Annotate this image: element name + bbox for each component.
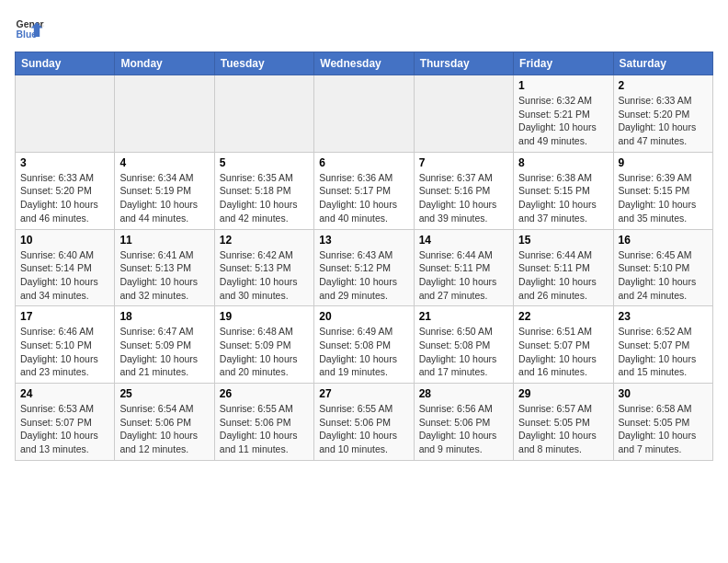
day-cell: 15Sunrise: 6:44 AM Sunset: 5:11 PM Dayli…	[514, 229, 613, 306]
day-detail: Sunrise: 6:53 AM Sunset: 5:07 PM Dayligh…	[20, 402, 109, 456]
day-cell: 19Sunrise: 6:48 AM Sunset: 5:09 PM Dayli…	[214, 306, 313, 384]
day-cell: 7Sunrise: 6:37 AM Sunset: 5:16 PM Daylig…	[414, 152, 513, 229]
day-number: 18	[119, 310, 209, 323]
day-number: 14	[419, 234, 508, 247]
day-detail: Sunrise: 6:58 AM Sunset: 5:05 PM Dayligh…	[619, 402, 708, 456]
day-number: 29	[518, 387, 608, 400]
day-number: 17	[20, 310, 109, 323]
day-detail: Sunrise: 6:56 AM Sunset: 5:06 PM Dayligh…	[419, 402, 508, 456]
day-detail: Sunrise: 6:55 AM Sunset: 5:06 PM Dayligh…	[220, 402, 309, 456]
day-number: 1	[518, 79, 608, 92]
day-number: 19	[220, 310, 309, 323]
col-header-friday: Friday	[514, 52, 613, 75]
day-number: 9	[619, 156, 708, 169]
day-cell: 29Sunrise: 6:57 AM Sunset: 5:05 PM Dayli…	[514, 384, 613, 461]
day-number: 7	[419, 156, 508, 169]
day-detail: Sunrise: 6:38 AM Sunset: 5:15 PM Dayligh…	[518, 171, 608, 225]
day-detail: Sunrise: 6:34 AM Sunset: 5:19 PM Dayligh…	[119, 171, 209, 225]
day-cell: 22Sunrise: 6:51 AM Sunset: 5:07 PM Dayli…	[514, 306, 613, 384]
day-number: 2	[619, 79, 708, 92]
day-cell: 14Sunrise: 6:44 AM Sunset: 5:11 PM Dayli…	[414, 229, 513, 306]
day-detail: Sunrise: 6:50 AM Sunset: 5:08 PM Dayligh…	[419, 325, 508, 379]
day-detail: Sunrise: 6:43 AM Sunset: 5:12 PM Dayligh…	[319, 248, 408, 303]
day-number: 28	[419, 387, 508, 400]
day-cell: 1Sunrise: 6:32 AM Sunset: 5:21 PM Daylig…	[514, 75, 613, 153]
day-detail: Sunrise: 6:41 AM Sunset: 5:13 PM Dayligh…	[119, 248, 209, 303]
day-cell: 20Sunrise: 6:49 AM Sunset: 5:08 PM Dayli…	[314, 306, 414, 384]
day-number: 25	[119, 387, 209, 400]
day-detail: Sunrise: 6:40 AM Sunset: 5:14 PM Dayligh…	[20, 248, 109, 303]
day-cell: 2Sunrise: 6:33 AM Sunset: 5:20 PM Daylig…	[613, 75, 712, 153]
day-number: 23	[619, 310, 708, 323]
day-number: 27	[319, 387, 408, 400]
day-cell	[214, 75, 313, 153]
calendar-table: SundayMondayTuesdayWednesdayThursdayFrid…	[15, 52, 713, 461]
week-row-1: 1Sunrise: 6:32 AM Sunset: 5:21 PM Daylig…	[16, 75, 713, 153]
day-number: 16	[619, 234, 708, 247]
day-detail: Sunrise: 6:57 AM Sunset: 5:05 PM Dayligh…	[518, 402, 608, 456]
col-header-tuesday: Tuesday	[214, 52, 313, 75]
day-detail: Sunrise: 6:47 AM Sunset: 5:09 PM Dayligh…	[119, 325, 209, 379]
day-detail: Sunrise: 6:49 AM Sunset: 5:08 PM Dayligh…	[319, 325, 408, 379]
day-cell: 5Sunrise: 6:35 AM Sunset: 5:18 PM Daylig…	[214, 152, 313, 229]
day-cell: 18Sunrise: 6:47 AM Sunset: 5:09 PM Dayli…	[115, 306, 214, 384]
col-header-monday: Monday	[115, 52, 214, 75]
day-cell: 30Sunrise: 6:58 AM Sunset: 5:05 PM Dayli…	[613, 384, 712, 461]
day-cell: 25Sunrise: 6:54 AM Sunset: 5:06 PM Dayli…	[115, 384, 214, 461]
day-number: 11	[119, 234, 209, 247]
day-cell: 16Sunrise: 6:45 AM Sunset: 5:10 PM Dayli…	[613, 229, 712, 306]
day-detail: Sunrise: 6:35 AM Sunset: 5:18 PM Dayligh…	[220, 171, 309, 225]
day-number: 30	[619, 387, 708, 400]
day-detail: Sunrise: 6:39 AM Sunset: 5:15 PM Dayligh…	[619, 171, 708, 225]
day-detail: Sunrise: 6:46 AM Sunset: 5:10 PM Dayligh…	[20, 325, 109, 379]
page-header: General Blue	[15, 15, 713, 44]
day-cell	[314, 75, 414, 153]
day-number: 21	[419, 310, 508, 323]
col-header-wednesday: Wednesday	[314, 52, 414, 75]
day-detail: Sunrise: 6:32 AM Sunset: 5:21 PM Dayligh…	[518, 94, 608, 148]
day-detail: Sunrise: 6:54 AM Sunset: 5:06 PM Dayligh…	[119, 402, 209, 456]
day-detail: Sunrise: 6:52 AM Sunset: 5:07 PM Dayligh…	[619, 325, 708, 379]
day-cell	[16, 75, 115, 153]
day-number: 12	[220, 234, 309, 247]
col-header-saturday: Saturday	[613, 52, 712, 75]
day-cell: 24Sunrise: 6:53 AM Sunset: 5:07 PM Dayli…	[16, 384, 115, 461]
day-number: 26	[220, 387, 309, 400]
day-cell: 26Sunrise: 6:55 AM Sunset: 5:06 PM Dayli…	[214, 384, 313, 461]
day-detail: Sunrise: 6:33 AM Sunset: 5:20 PM Dayligh…	[20, 171, 109, 225]
day-detail: Sunrise: 6:55 AM Sunset: 5:06 PM Dayligh…	[319, 402, 408, 456]
day-cell: 6Sunrise: 6:36 AM Sunset: 5:17 PM Daylig…	[314, 152, 414, 229]
day-number: 24	[20, 387, 109, 400]
day-cell: 21Sunrise: 6:50 AM Sunset: 5:08 PM Dayli…	[414, 306, 513, 384]
day-number: 20	[319, 310, 408, 323]
day-detail: Sunrise: 6:48 AM Sunset: 5:09 PM Dayligh…	[220, 325, 309, 379]
day-cell: 27Sunrise: 6:55 AM Sunset: 5:06 PM Dayli…	[314, 384, 414, 461]
day-cell: 10Sunrise: 6:40 AM Sunset: 5:14 PM Dayli…	[16, 229, 115, 306]
day-number: 13	[319, 234, 408, 247]
day-cell: 23Sunrise: 6:52 AM Sunset: 5:07 PM Dayli…	[613, 306, 712, 384]
week-row-2: 3Sunrise: 6:33 AM Sunset: 5:20 PM Daylig…	[16, 152, 713, 229]
day-number: 10	[20, 234, 109, 247]
day-cell: 12Sunrise: 6:42 AM Sunset: 5:13 PM Dayli…	[214, 229, 313, 306]
day-cell: 17Sunrise: 6:46 AM Sunset: 5:10 PM Dayli…	[16, 306, 115, 384]
day-cell: 4Sunrise: 6:34 AM Sunset: 5:19 PM Daylig…	[115, 152, 214, 229]
day-detail: Sunrise: 6:37 AM Sunset: 5:16 PM Dayligh…	[419, 171, 508, 225]
day-cell: 3Sunrise: 6:33 AM Sunset: 5:20 PM Daylig…	[16, 152, 115, 229]
day-number: 5	[220, 156, 309, 169]
day-cell	[115, 75, 214, 153]
col-header-sunday: Sunday	[16, 52, 115, 75]
day-cell: 11Sunrise: 6:41 AM Sunset: 5:13 PM Dayli…	[115, 229, 214, 306]
week-row-4: 17Sunrise: 6:46 AM Sunset: 5:10 PM Dayli…	[16, 306, 713, 384]
day-cell: 28Sunrise: 6:56 AM Sunset: 5:06 PM Dayli…	[414, 384, 513, 461]
day-cell: 9Sunrise: 6:39 AM Sunset: 5:15 PM Daylig…	[613, 152, 712, 229]
day-cell	[414, 75, 513, 153]
day-detail: Sunrise: 6:44 AM Sunset: 5:11 PM Dayligh…	[518, 248, 608, 303]
day-detail: Sunrise: 6:42 AM Sunset: 5:13 PM Dayligh…	[220, 248, 309, 303]
col-header-thursday: Thursday	[414, 52, 513, 75]
day-cell: 13Sunrise: 6:43 AM Sunset: 5:12 PM Dayli…	[314, 229, 414, 306]
day-number: 6	[319, 156, 408, 169]
day-number: 3	[20, 156, 109, 169]
day-detail: Sunrise: 6:36 AM Sunset: 5:17 PM Dayligh…	[319, 171, 408, 225]
day-detail: Sunrise: 6:33 AM Sunset: 5:20 PM Dayligh…	[619, 94, 708, 148]
day-detail: Sunrise: 6:45 AM Sunset: 5:10 PM Dayligh…	[619, 248, 708, 303]
